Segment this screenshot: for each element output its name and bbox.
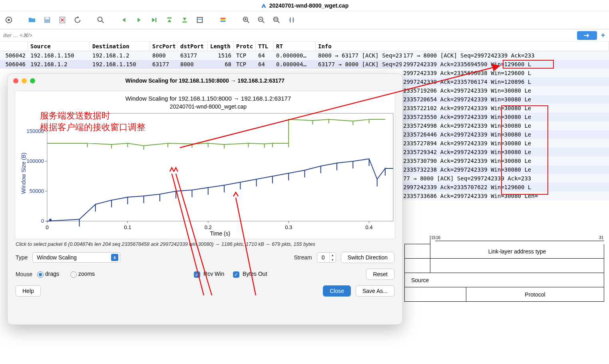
col-length[interactable]: Length bbox=[208, 42, 234, 51]
rcv-win-checkbox[interactable]: Rcv Win bbox=[194, 271, 224, 277]
close-button[interactable]: Close bbox=[323, 285, 351, 297]
zoom-in-icon[interactable] bbox=[240, 14, 253, 26]
table-row[interactable]: 2997242339 Ack=2335707622 Win=129600 L bbox=[402, 183, 609, 192]
col-info[interactable]: Info bbox=[316, 42, 609, 51]
packet-rows-right: 177 → 8000 [ACK] Seq=2997242339 Ack=233 … bbox=[402, 51, 609, 200]
svg-rect-8 bbox=[167, 18, 172, 19]
help-button[interactable]: Help bbox=[16, 285, 41, 297]
reset-button[interactable]: Reset bbox=[366, 269, 394, 280]
table-row[interactable]: 2335726446 Ack=2997242339 Win=30080 Le bbox=[402, 130, 609, 139]
mouse-label: Mouse bbox=[16, 271, 32, 277]
save-as-button[interactable]: Save As... bbox=[356, 285, 394, 297]
stepper-up-icon[interactable]: ▲ bbox=[330, 253, 336, 257]
table-row[interactable]: 2335719206 Ack=2997242339 Win=30080 Le bbox=[402, 86, 609, 95]
close-file-icon[interactable] bbox=[56, 14, 69, 26]
stream-label: Stream bbox=[294, 254, 312, 261]
svg-rect-9 bbox=[183, 22, 187, 23]
autoscroll-icon[interactable] bbox=[193, 14, 206, 26]
svg-line-20 bbox=[263, 21, 265, 23]
col-num[interactable] bbox=[0, 42, 28, 51]
svg-point-5 bbox=[98, 17, 102, 22]
open-folder-icon[interactable] bbox=[26, 14, 38, 26]
display-filter-input[interactable] bbox=[2, 31, 577, 40]
protocol-diagram: 15 16 31 Link-layer address type Source … bbox=[404, 235, 604, 302]
col-dstport[interactable]: dstPort bbox=[178, 42, 208, 51]
filter-apply-button[interactable] bbox=[577, 31, 597, 40]
table-row[interactable]: 2335723550 Ack=2997242339 Win=30080 Le bbox=[402, 113, 609, 121]
goto-icon[interactable] bbox=[148, 14, 161, 26]
table-row[interactable]: 2335727894 Ack=2997242339 Win=30080 Le bbox=[402, 139, 609, 148]
table-row[interactable]: 2997242339 Ack=2335706174 Win=120896 L bbox=[402, 77, 609, 86]
table-row[interactable]: 2335724998 Ack=2997242339 Win=30080 Le bbox=[402, 121, 609, 130]
svg-rect-29 bbox=[47, 113, 393, 221]
settings-icon[interactable] bbox=[2, 14, 15, 26]
window-titlebar: 20240701-wnd-8000_wget.cap bbox=[0, 0, 609, 11]
last-icon[interactable] bbox=[178, 14, 191, 26]
svg-line-16 bbox=[247, 21, 249, 23]
next-icon[interactable] bbox=[133, 14, 145, 26]
table-row[interactable]: 2997242339 Ack=2335694590 Win=129600 L bbox=[402, 60, 609, 69]
table-row[interactable]: 2335730790 Ack=2997242339 Win=30080 Le bbox=[402, 156, 609, 165]
filter-bar: + bbox=[0, 30, 609, 42]
col-ttl[interactable]: TTL bbox=[256, 42, 274, 51]
svg-text:50000: 50000 bbox=[30, 188, 44, 194]
table-row[interactable]: 177 → 8000 [ACK] Seq=2997242339 Ack=233 bbox=[402, 51, 609, 60]
svg-text:Window Scaling for 192.168.1.1: Window Scaling for 192.168.1.150:8000 → … bbox=[125, 95, 291, 102]
svg-text:20240701-wnd-8000_wget.cap: 20240701-wnd-8000_wget.cap bbox=[170, 103, 247, 110]
save-icon[interactable] bbox=[41, 14, 54, 26]
colorize-icon[interactable] bbox=[217, 14, 229, 26]
find-icon[interactable] bbox=[94, 14, 107, 26]
table-row[interactable]: 2335733686 Ack=2997242339 Win=30080 Len= bbox=[402, 192, 609, 200]
svg-text:0: 0 bbox=[41, 218, 44, 224]
type-select[interactable]: Window Scaling bbox=[32, 252, 120, 263]
table-row[interactable]: 2997242339 Ack=2335696038 Win=129600 L bbox=[402, 69, 609, 77]
table-row[interactable]: 2335729342 Ack=2997242339 Win=30080 Le bbox=[402, 148, 609, 156]
resize-columns-icon[interactable] bbox=[285, 14, 298, 26]
chart-area[interactable]: Window Scaling for 192.168.1.150:8000 → … bbox=[15, 91, 395, 239]
col-srcport[interactable]: SrcPort bbox=[150, 42, 178, 51]
svg-rect-7 bbox=[155, 18, 157, 22]
packet-list-header: Source Destination SrcPort dstPort Lengt… bbox=[0, 42, 609, 51]
svg-text:0.2: 0.2 bbox=[205, 224, 212, 230]
table-row[interactable]: 77 → 8000 [ACK] Seq=2997242339 Ack=233 bbox=[402, 174, 609, 183]
mouse-drags-radio[interactable]: drags bbox=[37, 271, 59, 277]
stream-input[interactable] bbox=[317, 254, 329, 261]
table-row[interactable]: 2335720654 Ack=2997242339 Win=30080 Le bbox=[402, 95, 609, 104]
reload-icon[interactable] bbox=[71, 14, 84, 26]
table-row[interactable]: 2335722102 Ack=2997242339 Win=30080 Le bbox=[402, 104, 609, 113]
switch-direction-button[interactable]: Switch Direction bbox=[341, 252, 394, 263]
svg-rect-13 bbox=[221, 19, 226, 20]
svg-rect-24 bbox=[275, 18, 277, 20]
svg-text:0.3: 0.3 bbox=[285, 224, 292, 230]
col-dest[interactable]: Destination bbox=[90, 42, 150, 51]
table-row[interactable]: 2335732238 Ack=2997242339 Win=30080 Le bbox=[402, 165, 609, 174]
bytes-out-checkbox[interactable]: Bytes Out bbox=[233, 271, 267, 277]
stream-stepper[interactable]: ▲▼ bbox=[317, 252, 336, 263]
chevron-updown-icon bbox=[111, 254, 118, 261]
zoom-reset-icon[interactable] bbox=[270, 14, 283, 26]
zoom-out-icon[interactable] bbox=[255, 14, 268, 26]
window-title: 20240701-wnd-8000_wget.cap bbox=[269, 2, 348, 9]
svg-rect-14 bbox=[221, 21, 226, 22]
col-rt[interactable]: RT bbox=[274, 42, 316, 51]
svg-text:0.4: 0.4 bbox=[366, 224, 373, 230]
prev-icon[interactable] bbox=[117, 14, 130, 26]
mouse-zooms-radio[interactable]: zooms bbox=[70, 271, 95, 277]
window-scaling-dialog: Window Scaling for 192.168.1.150:8000 → … bbox=[7, 73, 403, 325]
svg-rect-10 bbox=[197, 18, 203, 23]
main-toolbar bbox=[0, 11, 609, 30]
svg-text:Window Size (B): Window Size (B) bbox=[20, 152, 27, 194]
dialog-title: Window Scaling for 192.168.1.150:8000 → … bbox=[8, 77, 402, 84]
packet-list: Source Destination SrcPort dstPort Lengt… bbox=[0, 42, 609, 69]
col-proto[interactable]: Protc bbox=[234, 42, 256, 51]
svg-text:100000: 100000 bbox=[27, 158, 44, 164]
wireshark-icon bbox=[261, 2, 267, 9]
svg-text:Time (s): Time (s) bbox=[210, 230, 231, 237]
stepper-down-icon[interactable]: ▼ bbox=[330, 257, 336, 262]
svg-point-22 bbox=[274, 17, 278, 22]
first-icon[interactable] bbox=[163, 14, 176, 26]
svg-line-6 bbox=[102, 21, 104, 23]
filter-add-button[interactable]: + bbox=[599, 31, 607, 40]
type-label: Type bbox=[16, 254, 28, 261]
col-source[interactable]: Source bbox=[28, 42, 90, 51]
